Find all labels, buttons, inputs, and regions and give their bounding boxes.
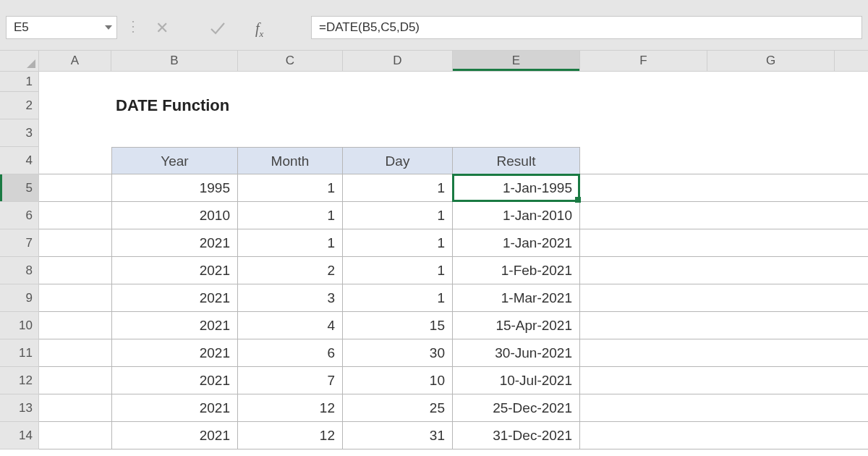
- cell-month[interactable]: 4: [238, 312, 343, 339]
- cell[interactable]: [39, 394, 111, 421]
- row-header[interactable]: 5: [0, 174, 38, 202]
- select-all-corner[interactable]: [0, 51, 39, 72]
- cell[interactable]: [111, 72, 238, 91]
- page-title[interactable]: DATE Function: [111, 92, 238, 119]
- cell-day[interactable]: 10: [343, 367, 453, 394]
- cell[interactable]: [707, 119, 835, 146]
- cell-result[interactable]: 1-Jan-1995: [453, 174, 580, 201]
- cell[interactable]: [39, 92, 111, 119]
- row-header[interactable]: 12: [0, 367, 38, 394]
- cell[interactable]: [39, 229, 111, 256]
- cell[interactable]: [39, 147, 111, 174]
- cell-month[interactable]: 1: [238, 229, 343, 256]
- cell-day[interactable]: 15: [343, 312, 453, 339]
- cell-year[interactable]: 2021: [111, 367, 238, 394]
- row-header[interactable]: 13: [0, 394, 38, 422]
- cell-result[interactable]: 1-Jan-2010: [453, 202, 580, 229]
- row-header[interactable]: 10: [0, 312, 38, 339]
- cell[interactable]: [238, 72, 343, 91]
- cell[interactable]: [580, 312, 707, 339]
- row-header[interactable]: 1: [0, 72, 38, 92]
- insert-function-icon[interactable]: fx: [255, 20, 263, 40]
- cell[interactable]: [580, 339, 707, 366]
- cell-day[interactable]: 30: [343, 339, 453, 366]
- cell[interactable]: [111, 119, 238, 146]
- cell[interactable]: [707, 147, 835, 174]
- cell-year[interactable]: 2021: [111, 339, 238, 366]
- cell-day[interactable]: 1: [343, 202, 453, 229]
- cell-result[interactable]: 1-Feb-2021: [453, 257, 580, 284]
- col-header-d[interactable]: D: [343, 51, 453, 71]
- cell-year[interactable]: 2021: [111, 422, 238, 449]
- cell-month[interactable]: 12: [238, 422, 343, 449]
- cell[interactable]: [343, 92, 453, 119]
- cell[interactable]: [707, 174, 835, 201]
- row-header[interactable]: 7: [0, 229, 38, 257]
- enter-icon[interactable]: [210, 22, 226, 38]
- cell-year[interactable]: 1995: [111, 174, 238, 201]
- cell-month[interactable]: 6: [238, 339, 343, 366]
- cell[interactable]: [580, 229, 707, 256]
- cell[interactable]: [453, 92, 580, 119]
- cell[interactable]: [453, 72, 580, 91]
- cell[interactable]: [39, 174, 111, 201]
- cell[interactable]: [580, 367, 707, 394]
- row-header[interactable]: 14: [0, 422, 38, 449]
- cell[interactable]: [707, 92, 835, 119]
- cell-result[interactable]: 30-Jun-2021: [453, 339, 580, 366]
- cell[interactable]: [707, 367, 835, 394]
- cell[interactable]: [343, 72, 453, 91]
- cell[interactable]: [707, 72, 835, 91]
- cell-day[interactable]: 25: [343, 394, 453, 421]
- row-header[interactable]: 4: [0, 147, 38, 174]
- cell[interactable]: [707, 312, 835, 339]
- cell[interactable]: [580, 257, 707, 284]
- col-header-result[interactable]: Result: [453, 147, 580, 174]
- cell[interactable]: [238, 119, 343, 146]
- cell-month[interactable]: 12: [238, 394, 343, 421]
- cell-month[interactable]: 1: [238, 174, 343, 201]
- cancel-icon[interactable]: ✕: [156, 19, 169, 38]
- cell[interactable]: [580, 147, 707, 174]
- cell[interactable]: [39, 422, 111, 449]
- cell[interactable]: [39, 119, 111, 146]
- cell[interactable]: [707, 339, 835, 366]
- cell[interactable]: [580, 394, 707, 421]
- cell-year[interactable]: 2021: [111, 284, 238, 311]
- col-header-c[interactable]: C: [238, 51, 343, 71]
- col-header-month[interactable]: Month: [238, 147, 343, 174]
- cell[interactable]: [580, 284, 707, 311]
- cell-month[interactable]: 3: [238, 284, 343, 311]
- cell-result[interactable]: 31-Dec-2021: [453, 422, 580, 449]
- col-header-b[interactable]: B: [111, 51, 238, 71]
- cell[interactable]: [707, 229, 835, 256]
- cell[interactable]: [580, 92, 707, 119]
- formula-input[interactable]: =DATE(B5,C5,D5): [311, 16, 862, 39]
- cell[interactable]: [39, 312, 111, 339]
- cell-day[interactable]: 1: [343, 174, 453, 201]
- cell[interactable]: [39, 202, 111, 229]
- cell-year[interactable]: 2010: [111, 202, 238, 229]
- col-header-f[interactable]: F: [580, 51, 707, 71]
- row-header[interactable]: 9: [0, 284, 38, 312]
- cell[interactable]: [343, 119, 453, 146]
- name-box[interactable]: E5: [6, 16, 117, 39]
- col-header-day[interactable]: Day: [343, 147, 453, 174]
- cell-month[interactable]: 2: [238, 257, 343, 284]
- cell[interactable]: [453, 119, 580, 146]
- cell[interactable]: [707, 202, 835, 229]
- row-header[interactable]: 3: [0, 119, 38, 147]
- col-header-g[interactable]: G: [707, 51, 835, 71]
- col-header-e[interactable]: E: [453, 51, 580, 71]
- cell[interactable]: [580, 422, 707, 449]
- name-box-dropdown-icon[interactable]: [101, 17, 116, 38]
- cell-month[interactable]: 1: [238, 202, 343, 229]
- cell[interactable]: [707, 394, 835, 421]
- cell[interactable]: [707, 257, 835, 284]
- col-header-a[interactable]: A: [39, 51, 111, 71]
- row-header[interactable]: 2: [0, 92, 38, 119]
- cell-year[interactable]: 2021: [111, 394, 238, 421]
- cell-result[interactable]: 1-Jan-2021: [453, 229, 580, 256]
- cell-day[interactable]: 31: [343, 422, 453, 449]
- row-header[interactable]: 6: [0, 202, 38, 229]
